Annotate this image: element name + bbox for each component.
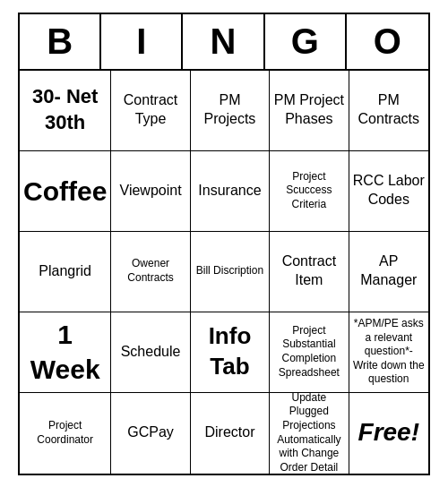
bingo-cell-18: Project Substantial Completion Spreadshe… (270, 312, 349, 393)
bingo-cell-10: Plangrid (20, 232, 111, 312)
bingo-cell-20: Project Coordinator (20, 393, 111, 474)
header-letter-g: G (265, 14, 347, 69)
bingo-cell-3: PM Project Phases (270, 71, 349, 151)
bingo-cell-14: AP Manager (349, 232, 428, 312)
bingo-cell-0: 30- Net 30th (20, 71, 111, 151)
bingo-cell-11: Owener Contracts (111, 232, 190, 312)
bingo-cell-15: 1 Week (20, 312, 111, 393)
bingo-cell-16: Schedule (111, 312, 190, 393)
bingo-cell-24: Free! (349, 393, 428, 474)
bingo-cell-19: *APM/PE asks a relevant question*-Write … (349, 312, 428, 393)
bingo-cell-1: Contract Type (111, 71, 190, 151)
bingo-cell-21: GCPay (111, 393, 190, 474)
bingo-cell-17: Info Tab (191, 312, 270, 393)
bingo-grid: 30- Net 30thContract TypePM ProjectsPM P… (20, 71, 428, 474)
bingo-cell-6: Viewpoint (111, 151, 190, 232)
bingo-cell-2: PM Projects (191, 71, 270, 151)
bingo-cell-12: Bill Discription (191, 232, 270, 312)
header-letter-i: I (101, 14, 183, 69)
bingo-cell-5: Coffee (20, 151, 111, 232)
bingo-card: BINGO 30- Net 30thContract TypePM Projec… (18, 13, 430, 475)
bingo-cell-7: Insurance (191, 151, 270, 232)
bingo-cell-4: PM Contracts (349, 71, 428, 151)
bingo-cell-23: Update Plugged Projections Automatically… (270, 393, 349, 474)
header-letter-b: B (20, 14, 101, 69)
bingo-header: BINGO (20, 14, 428, 71)
bingo-cell-8: Project Scuccess Criteria (270, 151, 349, 232)
header-letter-n: N (183, 14, 264, 69)
bingo-cell-9: RCC Labor Codes (349, 151, 428, 232)
bingo-cell-13: Contract Item (270, 232, 349, 312)
header-letter-o: O (347, 14, 428, 69)
bingo-cell-22: Director (191, 393, 270, 474)
